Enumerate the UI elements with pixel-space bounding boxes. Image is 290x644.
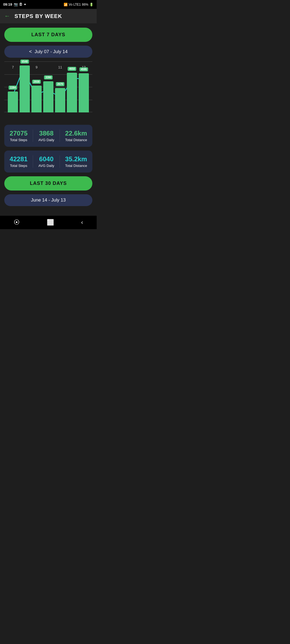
stat-total-steps-label-30: Total Steps [10,164,28,168]
date-range-selector[interactable]: < July 07 - July 14 [4,46,92,58]
signal-icon: 📶 [64,3,68,6]
bar-9: 2938 [31,86,42,112]
status-left: 09:19 📷 🗓 • [3,2,26,7]
bars-area: 2284 6548 2938 3390 2670 [4,61,92,112]
date-range-label: July 07 - July 14 [35,49,68,54]
bar-11: 2670 [55,88,65,112]
bar-label-10: 3390 [44,75,53,79]
stat-avg-daily-30: 6040 AVG Daily [38,155,54,168]
nav-recent-apps-icon[interactable]: ⦿ [14,219,20,226]
bar-8: 6548 [20,65,30,112]
signal-label: Vo LTE1 [69,3,81,6]
last-7-days-button[interactable]: LAST 7 DAYS [4,28,92,42]
bar-day-7: 2284 [8,92,18,112]
bar-day-9: 2938 [31,86,42,112]
bar-day-11: 2670 [55,88,65,112]
status-icons: 📷 🗓 [14,2,23,6]
stat-avg-daily-value-30: 6040 [38,155,54,163]
last-30-days-button[interactable]: LAST 30 DAYS [4,176,92,191]
bar-day-12: 4650 [67,73,77,112]
stat-total-steps-label-7: Total Steps [10,138,28,142]
bar-day-13: 4595 [79,73,89,112]
stat-total-distance-label-7: Total Distance [65,138,87,142]
steps-chart: 2284 6548 2938 3390 2670 [4,61,92,120]
divider-3 [33,155,33,168]
date-range-30-label: June 14 - July 13 [31,197,66,203]
battery-level: 86% [82,3,88,6]
stats-card-7days: 27075 Total Steps 3868 AVG Daily 22.6km … [4,125,92,147]
stat-total-steps-value-30: 42281 [10,155,28,163]
divider-4 [60,155,60,168]
divider-2 [60,130,60,142]
bar-10: 3390 [43,81,53,112]
bar-day-8: 6548 [20,65,30,112]
stat-total-steps-7: 27075 Total Steps [10,130,28,142]
status-dot: • [24,2,26,7]
status-time: 09:19 [3,2,12,6]
bar-label-13: 4595 [79,67,88,71]
stat-total-distance-7: 22.6km Total Distance [65,130,87,142]
app-header: ← STEPS BY WEEK [0,9,97,23]
stat-total-distance-value-30: 35.2km [65,155,87,163]
back-button[interactable]: ← [4,13,10,20]
stat-total-distance-value-7: 22.6km [65,130,87,137]
battery-icon: 🔋 [89,3,93,6]
bar-label-7: 2284 [9,86,17,90]
bar-label-12: 4650 [68,67,76,71]
stat-avg-daily-7: 3868 AVG Daily [38,130,54,142]
main-content: LAST 7 DAYS < July 07 - July 14 2284 [0,23,97,210]
date-range-back-arrow[interactable]: < [29,49,32,54]
nav-back-icon[interactable]: ‹ [81,219,83,226]
nav-home-icon[interactable]: ⬜ [47,219,54,226]
stat-avg-daily-label-30: AVG Daily [38,164,54,168]
page-title: STEPS BY WEEK [15,13,62,19]
stat-avg-daily-value-7: 3868 [38,130,54,137]
navigation-bar: ⦿ ⬜ ‹ [0,216,97,229]
stat-total-steps-value-7: 27075 [10,130,28,137]
bar-label-9: 2938 [32,80,41,84]
stat-total-distance-label-30: Total Distance [65,164,87,168]
status-bar: 09:19 📷 🗓 • 📶 Vo LTE1 86% 🔋 [0,0,97,9]
status-right: 📶 Vo LTE1 86% 🔋 [64,3,93,6]
date-range-30-selector[interactable]: June 14 - July 13 [4,194,92,206]
bar-label-11: 2670 [56,82,64,86]
bar-day-10: 3390 [43,81,53,112]
bar-7: 2284 [8,92,18,112]
stat-total-steps-30: 42281 Total Steps [10,155,28,168]
bar-13: 4595 [79,73,89,112]
stat-total-distance-30: 35.2km Total Distance [65,155,87,168]
bar-label-8: 6548 [20,60,29,64]
stats-card-30days: 42281 Total Steps 6040 AVG Daily 35.2km … [4,151,92,173]
bar-12: 4650 [67,73,77,112]
stat-avg-daily-label-7: AVG Daily [38,138,54,142]
divider-1 [33,130,33,142]
